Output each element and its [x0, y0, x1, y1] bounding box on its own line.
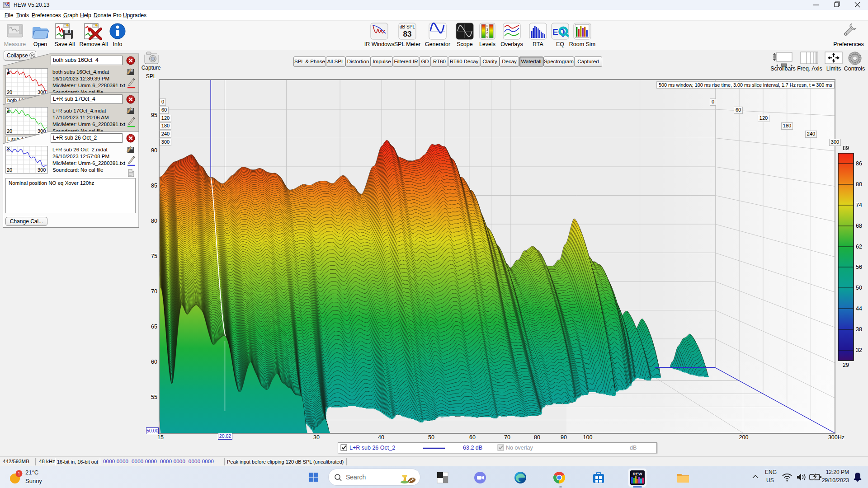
svg-text:6: 6: [486, 32, 488, 35]
svg-text:0: 0: [486, 24, 488, 28]
svg-text:3: 3: [486, 28, 488, 31]
svg-text:9: 9: [486, 35, 488, 38]
svg-text:83: 83: [403, 30, 412, 38]
svg-text:dB SPL: dB SPL: [400, 24, 415, 29]
svg-text:REW: REW: [633, 472, 643, 476]
svg-text:1: 1: [18, 471, 20, 476]
